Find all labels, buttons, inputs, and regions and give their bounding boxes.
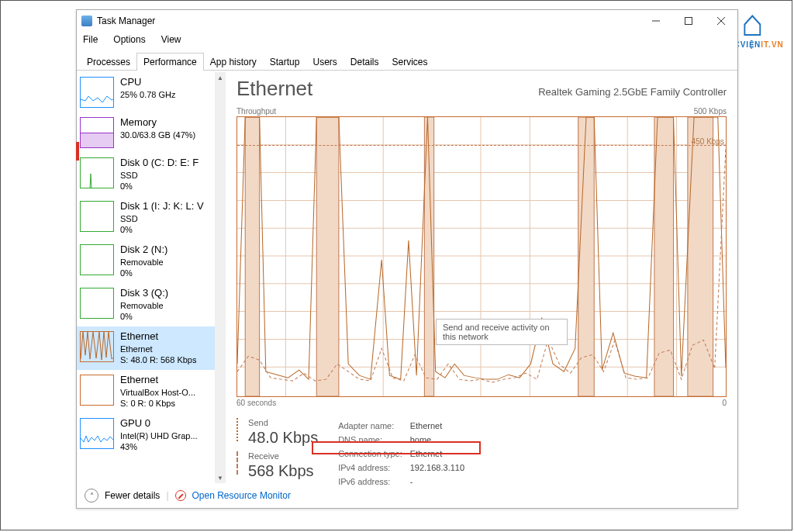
- thumb-memory: [80, 117, 114, 148]
- sidebar-item-disk0[interactable]: Disk 0 (C: D: E: FSSD0%: [77, 153, 226, 196]
- adapter-name: Realtek Gaming 2.5GbE Family Controller: [538, 86, 727, 98]
- chart-tooltip: Send and receive activity on this networ…: [436, 319, 568, 345]
- menu-file[interactable]: File: [80, 33, 101, 47]
- thumb-cpu: [80, 77, 114, 108]
- scroll-up-icon[interactable]: ▲: [215, 72, 226, 83]
- svg-rect-26: [654, 117, 674, 396]
- receive-value: 568 Kbps: [248, 462, 314, 480]
- window-title: Task Manager: [97, 16, 155, 26]
- svg-rect-1: [685, 18, 692, 25]
- thumb-disk: [80, 288, 114, 319]
- close-button[interactable]: [705, 10, 737, 32]
- receive-legend-icon: [236, 451, 241, 475]
- sidebar-item-disk3[interactable]: Disk 3 (Q:)Removable0%: [77, 283, 226, 326]
- performance-detail: Ethernet Realtek Gaming 2.5GbE Family Co…: [226, 72, 737, 483]
- thumb-disk: [80, 157, 114, 188]
- tab-startup[interactable]: Startup: [263, 53, 307, 71]
- sidebar-item-label: Ethernet: [120, 331, 196, 342]
- thumb-gpu: [80, 418, 114, 449]
- tab-bar: Processes Performance App history Startu…: [77, 50, 737, 71]
- throughput-chart[interactable]: 450 Kbps Send and receive activity on th…: [236, 116, 727, 397]
- thumb-ethernet: [80, 375, 114, 406]
- menu-bar: File Options View: [77, 32, 737, 47]
- thumb-disk: [80, 244, 114, 275]
- sidebar-scrollbar[interactable]: ▲ ▼: [215, 72, 226, 483]
- tab-app-history[interactable]: App history: [203, 53, 264, 71]
- send-value: 48.0 Kbps: [248, 429, 318, 447]
- sidebar-item-label: Disk 2 (N:): [120, 244, 167, 255]
- tab-services[interactable]: Services: [385, 53, 435, 71]
- throughput-label: Throughput: [236, 107, 276, 116]
- sidebar-item-disk1[interactable]: Disk 1 (I: J: K: L: VSSD0%: [77, 196, 226, 240]
- sidebar-item-label: Disk 1 (I: J: K: L: V: [120, 201, 204, 212]
- detail-heading: Ethernet: [236, 77, 312, 101]
- sidebar-item-label: Memory: [120, 117, 195, 128]
- sidebar-item-cpu[interactable]: CPU25% 0.78 GHz: [77, 72, 226, 112]
- connection-details: Adapter name:Ethernet DNS name:home Conn…: [337, 418, 472, 489]
- app-icon: [81, 16, 92, 26]
- performance-sidebar: CPU25% 0.78 GHz Memory30.0/63.8 GB (47%)…: [77, 72, 226, 483]
- menu-options[interactable]: Options: [110, 33, 148, 47]
- task-manager-window: Task Manager File Options View Processes…: [76, 9, 738, 509]
- x-axis-left: 60 seconds: [236, 399, 276, 407]
- minimize-button[interactable]: [640, 10, 672, 32]
- tab-processes[interactable]: Processes: [80, 53, 137, 71]
- scroll-down-icon[interactable]: ▼: [215, 472, 226, 483]
- maximize-button[interactable]: [672, 10, 705, 32]
- receive-label: Receive: [248, 451, 314, 461]
- sidebar-item-label: Disk 3 (Q:): [120, 288, 168, 299]
- sidebar-item-label: Disk 0 (C: D: E: F: [120, 157, 198, 168]
- send-label: Send: [248, 418, 318, 427]
- sidebar-item-label: Ethernet: [120, 375, 195, 385]
- reference-label: 450 Kbps: [692, 137, 724, 146]
- sidebar-item-ethernet[interactable]: EthernetEthernetS: 48.0 R: 568 Kbps: [77, 326, 226, 370]
- thumb-ethernet: [80, 331, 114, 362]
- sidebar-item-gpu0[interactable]: GPU 0Intel(R) UHD Grap...43%: [77, 413, 226, 457]
- menu-view[interactable]: View: [158, 33, 185, 47]
- svg-rect-23: [316, 117, 339, 396]
- open-resource-monitor-link[interactable]: Open Resource Monitor: [192, 490, 291, 501]
- titlebar[interactable]: Task Manager: [77, 10, 737, 32]
- sidebar-item-label: GPU 0: [120, 418, 198, 429]
- tab-details[interactable]: Details: [343, 53, 386, 71]
- sidebar-item-memory[interactable]: Memory30.0/63.8 GB (47%): [77, 112, 226, 153]
- fewer-details-link[interactable]: Fewer details: [105, 490, 160, 501]
- chevron-up-icon[interactable]: ˄: [85, 489, 98, 503]
- svg-rect-25: [578, 117, 594, 396]
- sidebar-item-label: CPU: [120, 77, 176, 88]
- svg-rect-22: [245, 117, 259, 396]
- reference-line: [237, 145, 726, 146]
- sidebar-item-ethernet-vbox[interactable]: EthernetVirtualBox Host-O...S: 0 R: 0 Kb…: [77, 370, 226, 413]
- x-axis-right: 0: [722, 399, 727, 407]
- sidebar-item-disk2[interactable]: Disk 2 (N:)Removable0%: [77, 240, 226, 283]
- thumb-disk: [80, 201, 114, 232]
- tab-users[interactable]: Users: [306, 53, 343, 71]
- send-legend-icon: [236, 418, 241, 441]
- footer-bar: ˄ Fewer details | Open Resource Monitor: [77, 483, 737, 508]
- resource-monitor-icon: [175, 490, 186, 501]
- tab-performance[interactable]: Performance: [136, 53, 204, 71]
- scale-max-label: 500 Kbps: [694, 107, 727, 116]
